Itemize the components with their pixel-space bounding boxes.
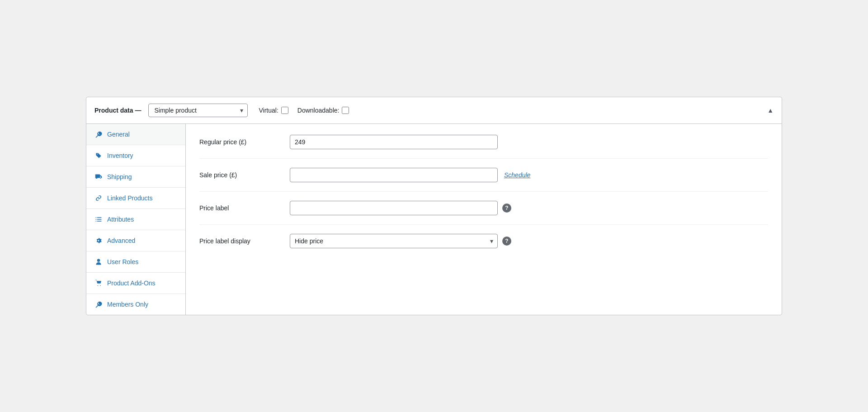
sale-price-input[interactable] — [290, 168, 498, 182]
wrench2-icon — [94, 300, 103, 308]
price-label-display-select[interactable]: Hide price Show price Show label only — [290, 234, 498, 248]
price-label-display-group: Hide price Show price Show label only ? — [290, 234, 511, 248]
price-label-group: ? — [290, 201, 511, 215]
sidebar-label-linked-products: Linked Products — [107, 194, 152, 202]
main-content: Regular price (£) Sale price (£) Schedul… — [186, 124, 782, 315]
sidebar-label-shipping: Shipping — [107, 173, 132, 180]
sidebar: General Inventory Shipping Linked Produc… — [86, 124, 186, 315]
price-label-display-label: Price label display — [199, 237, 290, 245]
product-type-select[interactable]: Simple product Variable product Grouped … — [148, 104, 248, 117]
downloadable-label: Downloadable: — [297, 107, 340, 114]
price-label-label: Price label — [199, 204, 290, 212]
price-label-display-row: Price label display Hide price Show pric… — [199, 234, 768, 248]
wrench-icon — [94, 130, 103, 138]
product-type-select-wrapper: Simple product Variable product Grouped … — [148, 104, 248, 117]
truck-icon — [94, 173, 103, 181]
price-label-row: Price label ? — [199, 201, 768, 225]
sidebar-item-user-roles[interactable]: User Roles — [86, 251, 185, 273]
sidebar-label-members-only: Members Only — [107, 301, 148, 308]
regular-price-row: Regular price (£) — [199, 135, 768, 159]
person-icon — [94, 258, 103, 266]
link-icon — [94, 194, 103, 202]
sidebar-label-attributes: Attributes — [107, 216, 134, 223]
price-label-help-icon[interactable]: ? — [502, 204, 511, 213]
downloadable-checkbox[interactable] — [342, 107, 349, 114]
cart-icon — [94, 279, 103, 287]
collapse-button[interactable]: ▲ — [767, 107, 774, 114]
sidebar-label-general: General — [107, 131, 130, 138]
sale-price-group: Schedule — [290, 168, 530, 182]
list-icon — [94, 215, 103, 223]
sale-price-row: Sale price (£) Schedule — [199, 168, 768, 192]
price-label-input[interactable] — [290, 201, 498, 215]
sidebar-item-advanced[interactable]: Advanced — [86, 230, 185, 251]
product-data-header: Product data — Simple product Variable p… — [86, 97, 782, 124]
tag-icon — [94, 152, 103, 160]
sidebar-label-user-roles: User Roles — [107, 258, 138, 265]
sale-price-label: Sale price (£) — [199, 171, 290, 179]
gear-icon — [94, 237, 103, 245]
sidebar-item-members-only[interactable]: Members Only — [86, 294, 185, 315]
regular-price-label: Regular price (£) — [199, 138, 290, 146]
sidebar-item-linked-products[interactable]: Linked Products — [86, 188, 185, 209]
virtual-checkbox[interactable] — [281, 107, 288, 114]
product-data-title: Product data — — [94, 107, 141, 114]
product-data-box: Product data — Simple product Variable p… — [86, 97, 782, 315]
sidebar-item-general[interactable]: General — [86, 124, 185, 145]
header-checkboxes: Virtual: Downloadable: — [259, 107, 349, 114]
schedule-link[interactable]: Schedule — [504, 171, 530, 179]
virtual-checkbox-label[interactable]: Virtual: — [259, 107, 288, 114]
regular-price-group — [290, 135, 498, 149]
product-data-body: General Inventory Shipping Linked Produc… — [86, 124, 782, 315]
sidebar-item-inventory[interactable]: Inventory — [86, 145, 185, 166]
sidebar-item-attributes[interactable]: Attributes — [86, 209, 185, 230]
sidebar-item-shipping[interactable]: Shipping — [86, 166, 185, 188]
price-label-display-select-wrapper: Hide price Show price Show label only — [290, 234, 498, 248]
virtual-label: Virtual: — [259, 107, 278, 114]
sidebar-label-inventory: Inventory — [107, 152, 133, 159]
price-label-display-help-icon[interactable]: ? — [502, 237, 511, 246]
regular-price-input[interactable] — [290, 135, 498, 149]
sidebar-label-product-add-ons: Product Add-Ons — [107, 279, 156, 287]
sidebar-item-product-add-ons[interactable]: Product Add-Ons — [86, 273, 185, 294]
sidebar-label-advanced: Advanced — [107, 237, 135, 244]
downloadable-checkbox-label[interactable]: Downloadable: — [297, 107, 349, 114]
